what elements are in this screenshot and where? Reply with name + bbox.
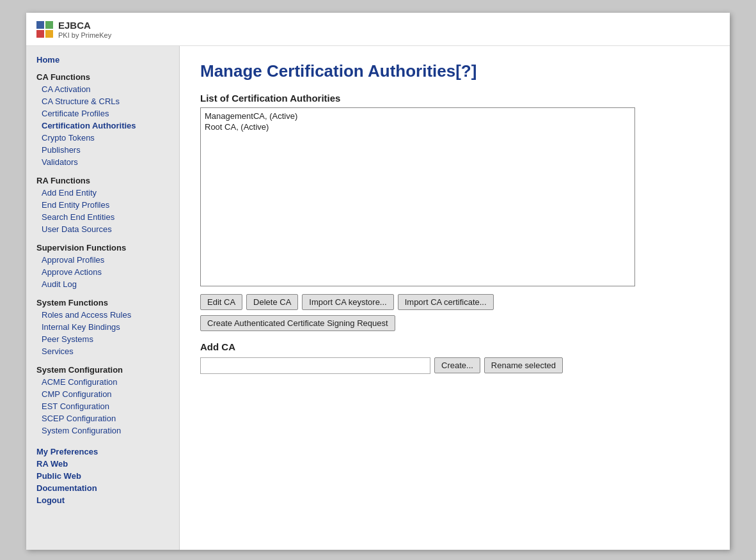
import-keystore-button[interactable]: Import CA keystore... (302, 294, 393, 310)
sidebar-item-est-configuration[interactable]: EST Configuration (26, 400, 179, 412)
section-system-functions: System Functions (26, 294, 179, 309)
logo: EJBCA PKI by PrimeKey (36, 20, 111, 39)
sidebar-item-services[interactable]: Services (26, 345, 179, 357)
sidebar-item-search-end-entities[interactable]: Search End Entities (26, 211, 179, 223)
logo-text: EJBCA PKI by PrimeKey (58, 20, 111, 39)
sidebar-item-system-configuration[interactable]: System Configuration (26, 424, 179, 437)
sidebar-item-end-entity-profiles[interactable]: End Entity Profiles (26, 199, 179, 211)
add-ca-section: Add CA Create... Rename selected (200, 341, 709, 374)
ra-web-link[interactable]: RA Web (36, 458, 169, 470)
sidebar-item-add-end-entity[interactable]: Add End Entity (26, 187, 179, 199)
section-ca-functions: CA Functions (26, 68, 179, 83)
sidebar-item-publishers[interactable]: Publishers (26, 144, 179, 156)
sidebar-item-approval-profiles[interactable]: Approval Profiles (26, 254, 179, 266)
page-title: Manage Certification Authorities[?] (200, 61, 709, 81)
my-preferences-link[interactable]: My Preferences (36, 446, 169, 458)
sidebar-bottom: My Preferences RA Web Public Web Documen… (26, 443, 179, 509)
logo-title: EJBCA (58, 20, 111, 31)
ca-list-box[interactable]: ManagementCA, (Active) Root CA, (Active) (200, 107, 635, 286)
sidebar-home[interactable]: Home (26, 52, 179, 68)
sidebar-item-audit-log[interactable]: Audit Log (26, 278, 179, 290)
sidebar-item-peer-systems[interactable]: Peer Systems (26, 333, 179, 345)
sidebar: Home CA Functions CA Activation CA Struc… (26, 46, 180, 550)
list-section-title: List of Certification Authorities (200, 93, 709, 104)
delete-ca-button[interactable]: Delete CA (246, 294, 298, 310)
sidebar-item-validators[interactable]: Validators (26, 156, 179, 168)
sidebar-item-approve-actions[interactable]: Approve Actions (26, 266, 179, 278)
add-ca-title: Add CA (200, 341, 709, 352)
logo-subtitle: PKI by PrimeKey (58, 31, 111, 39)
section-system-configuration: System Configuration (26, 361, 179, 376)
section-supervision-functions: Supervision Functions (26, 239, 179, 254)
logo-sq2 (45, 21, 53, 29)
sidebar-item-scep-configuration[interactable]: SCEP Configuration (26, 412, 179, 424)
sidebar-item-roles-access-rules[interactable]: Roles and Access Rules (26, 309, 179, 321)
ca-action-buttons: Edit CA Delete CA Import CA keystore... … (200, 294, 709, 310)
logo-sq3 (36, 30, 44, 38)
main-content: Manage Certification Authorities[?] List… (180, 46, 730, 550)
header: EJBCA PKI by PrimeKey (26, 13, 730, 46)
sidebar-item-internal-key-bindings[interactable]: Internal Key Bindings (26, 321, 179, 333)
add-ca-row: Create... Rename selected (200, 357, 709, 374)
public-web-link[interactable]: Public Web (36, 470, 169, 482)
ca-list-item: ManagementCA, (Active) (205, 111, 631, 121)
sidebar-item-certification-authorities[interactable]: Certification Authorities (26, 120, 179, 132)
sidebar-item-acme-configuration[interactable]: ACME Configuration (26, 376, 179, 388)
ca-list-item: Root CA, (Active) (205, 121, 631, 132)
sidebar-item-crypto-tokens[interactable]: Crypto Tokens (26, 132, 179, 144)
home-link[interactable]: Home (36, 55, 59, 65)
create-ca-button[interactable]: Create... (434, 357, 480, 373)
edit-ca-button[interactable]: Edit CA (200, 294, 242, 310)
sidebar-item-ca-activation[interactable]: CA Activation (26, 83, 179, 95)
rename-selected-button[interactable]: Rename selected (484, 357, 563, 373)
section-ra-functions: RA Functions (26, 172, 179, 187)
logout-link[interactable]: Logout (36, 494, 169, 506)
import-certificate-button[interactable]: Import CA certificate... (398, 294, 494, 310)
sidebar-item-certificate-profiles[interactable]: Certificate Profiles (26, 107, 179, 120)
documentation-link[interactable]: Documentation (36, 482, 169, 494)
logo-sq1 (36, 21, 44, 29)
logo-icon (36, 21, 53, 38)
sidebar-item-cmp-configuration[interactable]: CMP Configuration (26, 388, 179, 400)
logo-sq4 (45, 30, 53, 38)
sidebar-item-ca-structure-crls[interactable]: CA Structure & CRLs (26, 95, 179, 107)
csr-button-row: Create Authenticated Certificate Signing… (200, 315, 709, 331)
sidebar-item-user-data-sources[interactable]: User Data Sources (26, 223, 179, 235)
create-csr-button[interactable]: Create Authenticated Certificate Signing… (200, 315, 395, 331)
add-ca-input[interactable] (200, 357, 430, 374)
